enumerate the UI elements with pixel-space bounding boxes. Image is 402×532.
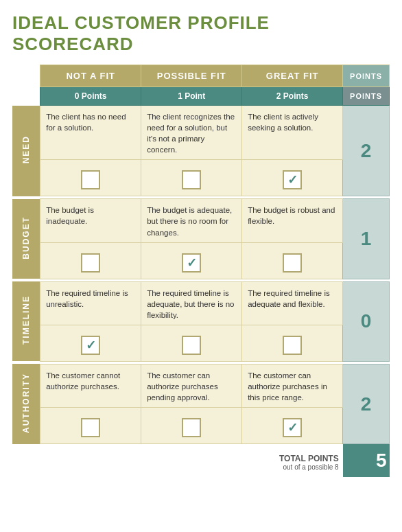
checkmark: ✓ <box>86 339 96 351</box>
points-budget: 1 <box>343 199 390 279</box>
cell-text: The customer can authorize purchases in … <box>248 370 337 403</box>
checkbox[interactable] <box>182 418 201 437</box>
col-great-fit-header: GREAT FIT <box>242 65 343 87</box>
total-row: TOTAL POINTSout of a possible 85 <box>12 444 390 478</box>
checkbox-area <box>248 251 337 275</box>
row-label-text: NEED <box>21 135 31 163</box>
checkbox-cell-great_fit[interactable]: ✓ <box>242 160 343 196</box>
checkbox-area: ✓ <box>248 416 337 439</box>
points-authority: 2 <box>343 364 390 443</box>
total-sub-label: out of a possible 8 <box>245 463 339 471</box>
col-0pts-header: 0 Points <box>40 87 141 106</box>
col-points-pts-header: POINTS <box>343 87 390 106</box>
row-authority: AUTHORITYThe customer cannot authorize p… <box>12 364 390 407</box>
checkbox-area <box>147 168 236 192</box>
row-label-budget: BUDGET <box>12 199 40 279</box>
checkbox-area <box>46 416 135 439</box>
total-label-text: TOTAL POINTS <box>279 454 339 463</box>
checkbox-area: ✓ <box>46 334 135 357</box>
cell-text: The required timeline is adequate and fl… <box>248 288 337 318</box>
checkbox-area: ✓ <box>147 251 236 275</box>
checkbox[interactable] <box>182 336 201 355</box>
col-1pt-header: 1 Point <box>141 87 242 106</box>
header-top-row: NOT A FIT POSSIBLE FIT GREAT FIT POINTS <box>12 65 390 87</box>
checkbox[interactable]: ✓ <box>182 253 201 273</box>
row-label-need: NEED <box>12 106 40 196</box>
row-label-text: BUDGET <box>21 216 31 259</box>
checkbox-cell-great_fit[interactable]: ✓ <box>242 408 343 444</box>
row-budget-checkboxes: ✓ <box>12 242 390 279</box>
row-need: NEEDThe client has no need for a solutio… <box>12 106 390 160</box>
cell-text: The customer can authorize purchases pen… <box>147 370 236 403</box>
cell-text: The budget is adequate, but there is no … <box>147 205 236 238</box>
checkbox[interactable] <box>283 336 302 355</box>
checkbox-cell-possible_fit[interactable] <box>141 325 242 361</box>
cell-text: The client is actively seeking a solutio… <box>248 111 337 141</box>
col-possible-fit-header: POSSIBLE FIT <box>141 65 242 87</box>
cell-budget-possible-fit: The budget is adequate, but there is no … <box>141 199 242 242</box>
cell-budget-not-a-fit: The budget is inadequate. <box>40 199 141 242</box>
checkbox[interactable] <box>283 253 302 273</box>
checkbox[interactable]: ✓ <box>283 170 302 189</box>
cell-text: The required timeline is adequate, but t… <box>147 288 236 321</box>
page-title: IDEAL CUSTOMER PROFILE SCORECARD <box>12 12 390 55</box>
checkbox-cell-possible_fit[interactable] <box>141 408 242 444</box>
cell-authority-not-a-fit: The customer cannot authorize purchases. <box>40 364 141 407</box>
cell-need-possible-fit: The client recognizes the need for a sol… <box>141 106 242 160</box>
row-label-authority: AUTHORITY <box>12 364 40 443</box>
checkbox[interactable] <box>182 170 201 189</box>
cell-text: The budget is inadequate. <box>46 205 135 235</box>
cell-timeline-possible-fit: The required timeline is adequate, but t… <box>141 281 242 325</box>
checkbox[interactable]: ✓ <box>81 336 100 355</box>
row-label-text: AUTHORITY <box>21 373 31 433</box>
checkbox-cell-great_fit[interactable] <box>242 325 343 361</box>
cell-authority-possible-fit: The customer can authorize purchases pen… <box>141 364 242 407</box>
checkmark: ✓ <box>287 421 298 434</box>
points-need: 2 <box>343 106 390 196</box>
checkbox-area: ✓ <box>248 168 337 192</box>
checkbox-cell-great_fit[interactable] <box>242 242 343 279</box>
cell-text: The budget is robust and flexible. <box>248 205 337 235</box>
row-timeline: TIMELINEThe required timeline is unreali… <box>12 281 390 325</box>
scorecard-table: NOT A FIT POSSIBLE FIT GREAT FIT POINTS … <box>12 65 390 477</box>
row-budget: BUDGETThe budget is inadequate.The budge… <box>12 199 390 242</box>
row-timeline-checkboxes: ✓ <box>12 325 390 361</box>
cell-authority-great-fit: The customer can authorize purchases in … <box>242 364 343 407</box>
checkbox-area <box>147 416 236 439</box>
cell-timeline-not-a-fit: The required timeline is unrealistic. <box>40 281 141 325</box>
cell-need-not-a-fit: The client has no need for a solution. <box>40 106 141 160</box>
col-2pts-header: 2 Points <box>242 87 343 106</box>
points-timeline: 0 <box>343 281 390 361</box>
cell-budget-great-fit: The budget is robust and flexible. <box>242 199 343 242</box>
row-need-checkboxes: ✓ <box>12 160 390 196</box>
total-value: 5 <box>343 444 390 478</box>
cell-text: The client recognizes the need for a sol… <box>147 111 236 155</box>
checkbox-cell-possible_fit[interactable] <box>141 160 242 196</box>
checkbox-area <box>248 334 337 357</box>
cell-text: The customer cannot authorize purchases. <box>46 370 135 400</box>
row-authority-checkboxes: ✓ <box>12 408 390 444</box>
checkmark: ✓ <box>187 257 197 269</box>
checkbox-area <box>46 168 135 192</box>
checkbox[interactable] <box>81 418 100 437</box>
checkbox-cell-not_a_fit[interactable] <box>40 242 141 279</box>
checkbox-cell-not_a_fit[interactable] <box>40 408 141 444</box>
checkbox-area <box>46 251 135 275</box>
checkbox[interactable]: ✓ <box>283 418 302 437</box>
checkmark: ✓ <box>287 174 298 186</box>
cell-need-great-fit: The client is actively seeking a solutio… <box>242 106 343 160</box>
checkbox[interactable] <box>81 170 100 189</box>
row-label-text: TIMELINE <box>21 295 31 345</box>
checkbox[interactable] <box>81 253 100 273</box>
checkbox-cell-not_a_fit[interactable]: ✓ <box>40 325 141 361</box>
cell-timeline-great-fit: The required timeline is adequate and fl… <box>242 281 343 325</box>
checkbox-cell-possible_fit[interactable]: ✓ <box>141 242 242 279</box>
checkbox-cell-not_a_fit[interactable] <box>40 160 141 196</box>
cell-text: The client has no need for a solution. <box>46 111 135 141</box>
row-label-timeline: TIMELINE <box>12 281 40 361</box>
header-pts-row: 0 Points 1 Point 2 Points POINTS <box>12 87 390 106</box>
col-not-a-fit-header: NOT A FIT <box>40 65 141 87</box>
col-points-header: POINTS <box>343 65 390 87</box>
cell-text: The required timeline is unrealistic. <box>46 288 135 318</box>
total-label: TOTAL POINTSout of a possible 8 <box>242 444 343 478</box>
